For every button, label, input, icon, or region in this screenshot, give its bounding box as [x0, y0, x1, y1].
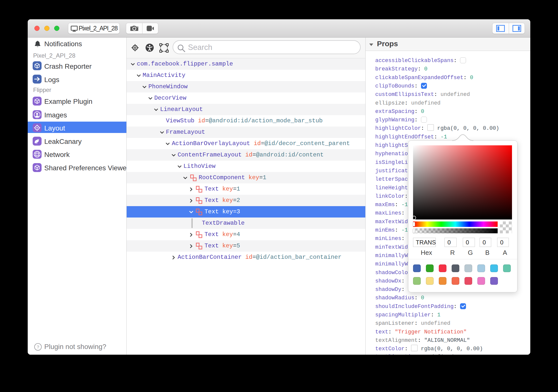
svg-text:?: ? — [37, 345, 39, 349]
